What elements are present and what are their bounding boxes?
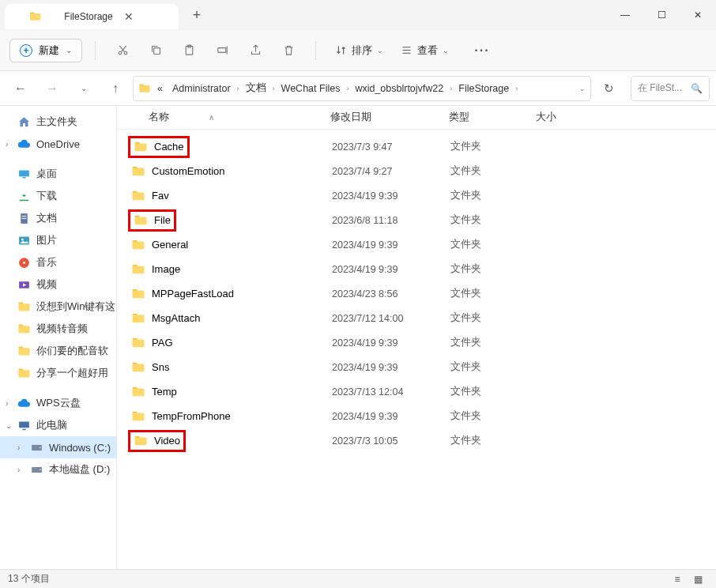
file-date: 2023/7/3 10:05 [332, 435, 450, 447]
file-name: CustomEmotion [152, 165, 224, 177]
search-icon: 🔍 [691, 83, 703, 94]
sidebar-quick-item[interactable]: 图片 [0, 229, 116, 251]
chevron-right-icon: › [515, 85, 518, 92]
chevron-right-icon: › [346, 85, 349, 92]
folder-icon [131, 360, 145, 375]
file-name: MPPageFastLoad [152, 288, 234, 300]
sidebar-quick-item[interactable]: 文档 [0, 207, 116, 229]
maximize-button[interactable]: ☐ [643, 0, 680, 30]
more-button[interactable]: ··· [468, 38, 496, 63]
sidebar: 主文件夹 › OneDrive 桌面下载文档图片音乐视频没想到Win键有这视频转… [0, 106, 117, 569]
file-name: MsgAttach [152, 312, 200, 324]
breadcrumb-seg[interactable]: 文档 [243, 80, 269, 96]
close-tab-icon[interactable]: ✕ [121, 10, 169, 23]
chevron-down-icon: ⌄ [6, 421, 12, 430]
svg-rect-3 [153, 48, 160, 55]
sidebar-onedrive[interactable]: › OneDrive [0, 133, 116, 155]
refresh-button[interactable]: ↻ [594, 75, 623, 102]
history-dropdown[interactable]: ⌄ [70, 75, 98, 102]
sidebar-quick-item[interactable]: 音乐 [0, 251, 116, 273]
sidebar-quick-item[interactable]: 桌面 [0, 163, 116, 185]
col-size[interactable]: 大小 [536, 111, 591, 124]
sidebar-quick-item[interactable]: 下载 [0, 185, 116, 207]
sidebar-quick-item[interactable]: 视频 [0, 273, 116, 296]
sidebar-drive-d[interactable]: › 本地磁盘 (D:) [0, 458, 116, 481]
file-name: Video [154, 435, 180, 447]
file-row[interactable]: TempFromPhone2023/4/19 9:39文件夹 [117, 404, 716, 428]
breadcrumb-seg[interactable]: wxid_obsblrtojvfw22 [352, 81, 447, 96]
sidebar-quick-item[interactable]: 没想到Win键有这 [0, 296, 116, 318]
address-bar[interactable]: « Administrator › 文档 › WeChat Files › wx… [133, 76, 591, 101]
music-icon [17, 256, 31, 270]
file-row[interactable]: Video2023/7/3 10:05文件夹 [117, 428, 716, 453]
separator [95, 41, 96, 60]
back-button[interactable]: ← [6, 75, 35, 102]
sidebar-wps[interactable]: › WPS云盘 [0, 392, 116, 414]
breadcrumb-seg[interactable]: FileStorage [455, 81, 512, 96]
share-button[interactable] [241, 38, 269, 63]
file-type: 文件夹 [450, 287, 537, 300]
view-dropdown[interactable]: 查看 ⌄ [394, 40, 455, 62]
breadcrumb-ellipsis[interactable]: « [154, 81, 166, 96]
window-tab[interactable]: FileStorage ✕ [5, 4, 179, 29]
copy-button[interactable] [141, 38, 170, 63]
file-row[interactable]: Cache2023/7/3 9:47文件夹 [117, 134, 716, 159]
close-window-button[interactable]: ✕ [680, 0, 716, 30]
file-date: 2023/4/19 9:39 [332, 411, 450, 422]
forward-button[interactable]: → [38, 75, 66, 102]
col-date[interactable]: 修改日期 [330, 111, 449, 124]
file-row[interactable]: MPPageFastLoad2023/4/23 8:56文件夹 [117, 281, 716, 306]
view-details-button[interactable]: ≡ [667, 571, 688, 587]
sidebar-label: 本地磁盘 (D:) [49, 462, 110, 477]
file-date: 2023/4/19 9:39 [332, 190, 450, 202]
sidebar-label: 没想到Win键有这 [36, 300, 115, 314]
col-type[interactable]: 类型 [449, 111, 536, 124]
sidebar-quick-item[interactable]: 分享一个超好用 [0, 362, 116, 384]
chevron-down-icon[interactable]: ⌄ [579, 85, 586, 92]
rename-button[interactable] [208, 38, 236, 63]
file-row[interactable]: CustomEmotion2023/7/4 9:27文件夹 [117, 159, 716, 183]
svg-rect-8 [22, 177, 25, 178]
file-pane: 名称∧ 修改日期 类型 大小 Cache2023/7/3 9:47文件夹Cust… [117, 106, 716, 569]
file-row[interactable]: PAG2023/4/19 9:39文件夹 [117, 330, 716, 355]
file-name: Fav [152, 190, 169, 202]
address-bar-row: ← → ⌄ ↑ « Administrator › 文档 › WeChat Fi… [0, 71, 716, 106]
sidebar-home[interactable]: 主文件夹 [0, 111, 116, 133]
sort-dropdown[interactable]: 排序 ⌄ [329, 40, 390, 62]
sidebar-drive-c[interactable]: › Windows (C:) [0, 436, 116, 458]
file-row[interactable]: Sns2023/4/19 9:39文件夹 [117, 355, 716, 379]
delete-button[interactable] [274, 38, 303, 63]
file-row[interactable]: Image2023/4/19 9:39文件夹 [117, 257, 716, 281]
file-row[interactable]: MsgAttach2023/7/12 14:00文件夹 [117, 306, 716, 330]
col-name[interactable]: 名称∧ [149, 111, 330, 124]
folder-icon [17, 322, 31, 336]
breadcrumb-seg[interactable]: WeChat Files [278, 81, 344, 96]
up-button[interactable]: ↑ [101, 75, 130, 102]
cut-button[interactable] [108, 38, 137, 63]
sidebar-quick-item[interactable]: 视频转音频 [0, 318, 116, 340]
drive-icon [30, 463, 43, 477]
file-type: 文件夹 [450, 140, 537, 153]
tab-title: FileStorage [64, 11, 112, 22]
file-row[interactable]: General2023/4/19 9:39文件夹 [117, 232, 716, 257]
view-label: 查看 [417, 43, 438, 58]
paste-button[interactable] [175, 38, 203, 63]
sidebar-label: 文档 [36, 211, 57, 225]
sidebar-label: 主文件夹 [36, 115, 77, 129]
view-icons-button[interactable]: ▦ [688, 571, 708, 587]
sidebar-quick-item[interactable]: 你们要的配音软 [0, 340, 116, 362]
minimize-button[interactable]: — [607, 0, 643, 30]
file-row[interactable]: Temp2023/7/13 12:04文件夹 [117, 379, 716, 404]
file-type: 文件夹 [450, 164, 537, 178]
file-type: 文件夹 [450, 385, 537, 398]
new-button[interactable]: + 新建 ⌄ [9, 39, 82, 62]
sidebar-thispc[interactable]: ⌄ 此电脑 [0, 414, 116, 436]
main: 主文件夹 › OneDrive 桌面下载文档图片音乐视频没想到Win键有这视频转… [0, 106, 716, 569]
file-row[interactable]: File2023/6/8 11:18文件夹 [117, 208, 716, 232]
file-row[interactable]: Fav2023/4/19 9:39文件夹 [117, 183, 716, 208]
new-tab-button[interactable]: + [183, 7, 210, 24]
chevron-right-icon: › [6, 140, 8, 149]
folder-icon [131, 409, 145, 424]
breadcrumb-seg[interactable]: Administrator [169, 81, 234, 96]
search-box[interactable]: 在 FileSt... 🔍 [631, 76, 710, 101]
